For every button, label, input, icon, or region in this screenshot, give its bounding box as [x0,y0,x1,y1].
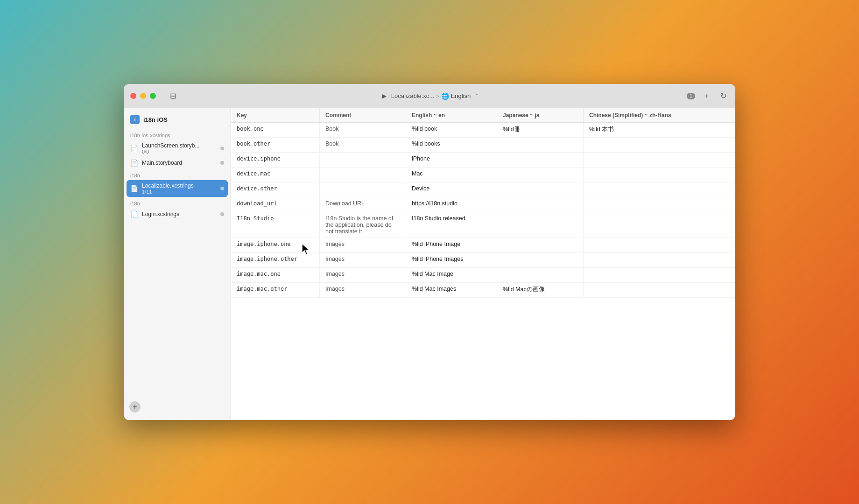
table-row[interactable]: device.iphoneiPhone [231,153,735,168]
cell-col-english[interactable]: I18n Studio released [406,212,497,238]
cell-col-chinese[interactable] [584,212,735,238]
cell-col-japanese[interactable] [497,182,584,197]
cell-col-key[interactable]: image.iphone.one [231,238,320,252]
cell-col-comment[interactable] [320,168,406,182]
cell-col-chinese[interactable] [584,268,735,282]
cell-col-comment[interactable]: Images [320,253,406,267]
cell-col-chinese[interactable] [584,197,735,212]
cell-col-key[interactable]: device.iphone [231,153,320,167]
cell-col-key[interactable]: device.other [231,182,320,197]
item-status-dot [220,212,224,216]
cell-col-english[interactable]: %lld Mac Images [406,283,497,297]
sidebar-item-launchscreen[interactable]: 📄 LaunchScreen.storyb... 0/0 [124,140,231,157]
table-row[interactable]: I18n StudioI18n Studio is the name of th… [231,212,735,238]
minimize-button[interactable] [140,93,146,99]
refresh-button[interactable]: ↻ [718,91,729,102]
item-label: Main.storyboard [142,160,217,166]
cell-col-japanese[interactable] [497,238,584,252]
table-row[interactable]: device.macMac [231,168,735,182]
titlebar: ⊟ ▶ Localizable.xc... > 🌐 English ⌃ 1 + … [124,84,735,108]
table-row[interactable]: device.otherDevice [231,182,735,197]
cell-col-english[interactable]: %lld iPhone Images [406,253,497,267]
cell-col-english[interactable]: %lld iPhone Image [406,238,497,252]
cell-col-japanese[interactable]: %lld Macの画像 [497,283,584,297]
cell-col-chinese[interactable] [584,182,735,197]
sidebar-toggle-button[interactable]: ⊟ [167,91,178,102]
cell-col-english[interactable]: iPhone [406,153,497,167]
cell-col-japanese[interactable] [497,268,584,282]
breadcrumb-lang[interactable]: English [451,92,471,99]
traffic-lights [130,93,156,99]
play-button[interactable]: ▶ [380,92,388,100]
file-icon: 📄 [130,159,138,167]
table-row[interactable]: download_urlDownload URLhttps://i18n.stu… [231,197,735,212]
cell-col-japanese[interactable] [497,197,584,212]
cell-col-comment[interactable]: Book [320,138,406,152]
cell-col-comment[interactable]: I18n Studio is the name of the applicati… [320,212,406,238]
cell-col-english[interactable]: %lld book [406,123,497,137]
sidebar-project[interactable]: i i18n iOS [124,112,231,127]
cell-col-comment[interactable]: Book [320,123,406,137]
table-row[interactable]: image.iphone.otherImages%lld iPhone Imag… [231,253,735,268]
cell-col-english[interactable]: Device [406,182,497,197]
table-row[interactable]: image.mac.otherImages%lld Mac Images%lld… [231,283,735,298]
add-button[interactable]: + [701,91,712,102]
item-status-dot [220,187,224,190]
file-icon: 📄 [130,145,138,152]
cell-col-key[interactable]: download_url [231,197,320,212]
sidebar-item-login[interactable]: 📄 Login.xcstrings [124,208,231,220]
cell-col-chinese[interactable] [584,238,735,252]
cell-col-comment[interactable]: Images [320,283,406,297]
table-row[interactable]: image.iphone.oneImages%lld iPhone Image [231,238,735,253]
table-header: Key Comment English ~ en Japanese ~ ja C… [231,108,735,123]
cell-col-chinese[interactable] [584,253,735,267]
cell-col-english[interactable]: %lld Mac Image [406,268,497,282]
add-file-button[interactable]: + [129,401,141,413]
maximize-button[interactable] [150,93,156,99]
cell-col-chinese[interactable] [584,168,735,182]
globe-icon: 🌐 [441,92,449,100]
cell-col-comment[interactable]: Images [320,238,406,252]
item-status-dot [220,161,224,165]
cell-col-comment[interactable] [320,153,406,167]
cell-col-japanese[interactable]: %lld冊 [497,123,584,137]
cell-col-comment[interactable] [320,182,406,197]
table-row[interactable]: image.mac.oneImages%lld Mac Image [231,268,735,283]
cell-col-chinese[interactable] [584,283,735,297]
cell-col-chinese[interactable]: %lld 本书 [584,123,735,137]
cell-col-japanese[interactable] [497,168,584,182]
cell-col-english[interactable]: %lld books [406,138,497,152]
cell-col-comment[interactable]: Images [320,268,406,282]
item-count: 0/0 [142,149,217,154]
sidebar-bottom: + [124,398,231,416]
sidebar-item-mainstoryboard[interactable]: 📄 Main.storyboard [124,157,231,169]
cell-col-japanese[interactable] [497,138,584,152]
cell-col-key[interactable]: book.other [231,138,320,152]
cell-col-key[interactable]: device.mac [231,168,320,182]
cell-col-japanese[interactable] [497,153,584,167]
cell-col-chinese[interactable] [584,138,735,152]
cell-col-chinese[interactable] [584,153,735,167]
table-row[interactable]: book.otherBook%lld books [231,138,735,153]
col-header-japanese: Japanese ~ ja [497,108,584,122]
cell-col-english[interactable]: Mac [406,168,497,182]
breadcrumb-file[interactable]: Localizable.xc... [391,92,435,99]
item-status-dot [220,147,224,150]
cell-col-key[interactable]: image.mac.one [231,268,320,282]
cell-col-key[interactable]: book.one [231,123,320,137]
table-row[interactable]: book.oneBook%lld book%lld冊%lld 本书 [231,123,735,138]
cell-col-comment[interactable]: Download URL [320,197,406,212]
main-window: ⊟ ▶ Localizable.xc... > 🌐 English ⌃ 1 + … [124,84,735,420]
item-count: 1/11 [142,189,217,195]
cell-col-key[interactable]: image.mac.other [231,283,320,297]
cell-col-key[interactable]: I18n Studio [231,212,320,238]
cell-col-japanese[interactable] [497,253,584,267]
project-name: i18n iOS [143,116,168,123]
cell-col-english[interactable]: https://i18n.studio [406,197,497,212]
cell-col-key[interactable]: image.iphone.other [231,253,320,267]
sidebar-item-localizable[interactable]: 📄 Localizable.xcstrings 1/11 [127,180,228,197]
cell-col-japanese[interactable] [497,212,584,238]
table-area: Key Comment English ~ en Japanese ~ ja C… [231,108,735,420]
close-button[interactable] [130,93,136,99]
col-header-english: English ~ en [406,108,497,122]
